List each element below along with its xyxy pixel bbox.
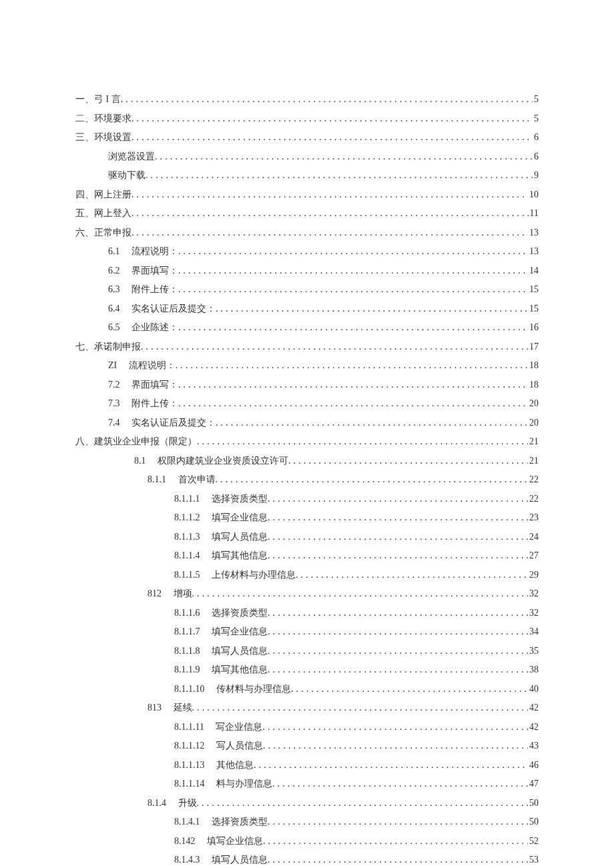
toc-leader-dots [131,208,529,219]
toc-entry: 8.1.1 首次申请 22 [75,474,539,486]
toc-label: 8.1.1.13 其他信息 [174,759,254,771]
toc-label: 6.3 附件上传： [108,284,178,296]
toc-page-number: 34 [528,626,539,637]
table-of-contents: 一、弓 I 言5二、环境要求 5三、环境设置 6浏览器设置 6驱动下载 9四、网… [75,93,539,868]
toc-page-number: 38 [528,665,539,675]
toc-page-number: 50 [528,817,539,827]
toc-number: 8.1.4.1 [174,817,200,827]
toc-title: 其他信息 [216,760,254,770]
toc-entry: 8.1.1.14 料与办理信息 47 [75,778,539,790]
toc-title: 浏览器设置 [108,151,155,161]
toc-entry: 812 增项32 [75,588,539,600]
toc-page-number: 13 [528,228,539,238]
toc-label: 8.1.1.1 选择资质类型 [174,493,268,505]
toc-leader-dots [145,170,533,181]
toc-title: 传材料与办理信息 [216,684,291,694]
toc-title: 选择资质类型 [212,494,268,504]
toc-entry: 7.2 界面填写：18 [75,379,539,391]
toc-number: 6.4 [108,304,120,314]
toc-entry: 8.1.4.1 选择资质类型 50 [75,816,539,828]
toc-page-number: 22 [528,494,539,504]
toc-label: 8.1.1.5 上传材料与办理信息 [174,569,296,581]
toc-number: 8.1.1.10 [174,684,205,694]
toc-page-number: 21 [528,436,539,447]
toc-title: 建筑业企业申报（限定） [94,436,197,446]
toc-label: 8.1.1.9 填写其他信息 [174,664,268,676]
toc-title: 附件上传： [131,284,178,294]
toc-leader-dots [268,665,528,675]
toc-label: 813 延续 [147,702,192,714]
toc-page-number: 22 [528,474,539,485]
toc-number: 8.1.1.4 [174,550,200,560]
toc-title: 实名认证后及提交： [131,304,216,314]
toc-label: 8.1.1.14 料与办理信息 [174,778,272,790]
toc-leader-dots [268,532,528,542]
toc-title: 环境设置 [94,132,131,142]
toc-leader-dots [268,817,528,827]
toc-entry: 813 延续42 [75,702,539,714]
toc-title: 填写其他信息 [212,665,268,675]
toc-number: 8.1 [134,456,146,466]
toc-entry: 8.1 权限内建筑业企业资质设立许可 21 [75,455,539,467]
toc-entry: 6.4 实名认证后及提交：15 [75,303,539,315]
toc-title: 实名认证后及提交： [131,418,216,428]
toc-title: 填写企业信息 [207,836,263,846]
toc-label: 8.1.1.10 传材料与办理信息 [174,683,291,695]
toc-leader-dots [131,228,528,238]
toc-page-number: 16 [528,322,539,333]
toc-title: 驱动下载 [108,170,145,180]
toc-entry: 四、网上注册 10 [75,189,539,201]
toc-page-number: 20 [528,418,539,428]
toc-title: 正常申报 [94,228,131,238]
toc-number: 8.1.4 [147,798,166,808]
toc-label: 812 增项 [147,588,192,600]
toc-title: 填写人员信息 [212,855,268,865]
toc-number: 8.1.1.7 [174,626,200,636]
toc-page-number: 15 [528,284,539,295]
toc-number: 五、 [75,208,94,218]
toc-page-number: 40 [528,684,539,695]
toc-entry: 六、正常申报 13 [75,227,539,239]
toc-entry: 7.4 实名认证后及提交：20 [75,417,539,429]
toc-label: 8.1.1.7 填写企业信息 [174,626,268,638]
toc-title: 界面填写： [131,266,178,276]
toc-entry: 8.1.1.5 上传材料与办理信息29 [75,569,539,581]
toc-title: 写企业信息 [216,722,262,732]
toc-entry: 三、环境设置 6 [75,131,539,143]
toc-number: 八、 [75,436,94,446]
toc-leader-dots [268,550,528,561]
toc-page-number: 5 [533,94,539,105]
toc-title: 网上登入 [94,208,131,218]
toc-number: 6.3 [108,284,120,294]
toc-leader-dots [296,570,528,580]
toc-label: 8.1.1.8 填写人员信息 [174,645,268,657]
toc-page-number: 35 [528,646,539,657]
toc-number: 6.1 [108,246,120,256]
toc-leader-dots [178,246,528,257]
toc-title: 选择资质类型 [212,817,268,827]
toc-page-number: 14 [528,266,539,276]
toc-entry: 浏览器设置 6 [75,151,539,163]
toc-title: 延续 [174,703,192,713]
toc-entry: 8.1.4.3 填写人员信息 53 [75,854,539,866]
toc-label: 六、正常申报 [75,227,131,239]
toc-entry: 8.142 填写企业信息 52 [75,835,539,847]
toc-leader-dots [178,322,528,333]
toc-entry: 8.1.1.8 填写人员信息35 [75,645,539,657]
toc-title: 网上注册 [94,189,131,199]
toc-page-number: 43 [528,741,539,751]
toc-title: 企业陈述： [131,322,178,332]
toc-page-number: 42 [528,703,539,713]
toc-entry: 驱动下载 9 [75,169,539,181]
toc-entry: 八、建筑业企业申报（限定）21 [75,436,539,448]
toc-entry: 8.1.1.2 填写企业信息23 [75,512,539,524]
toc-number: 813 [147,703,162,713]
toc-label: 8.1.4 升级 [147,797,197,809]
toc-title: 流程说明： [131,246,178,256]
toc-label: 7.4 实名认证后及提交： [108,417,216,429]
toc-label: 8.1.1.11 写企业信息 [174,721,262,733]
toc-label: 8.142 填写企业信息 [174,835,263,847]
toc-page-number: 18 [528,360,539,371]
toc-label: 八、建筑业企业申报（限定） [75,436,197,448]
toc-leader-dots [291,684,528,695]
